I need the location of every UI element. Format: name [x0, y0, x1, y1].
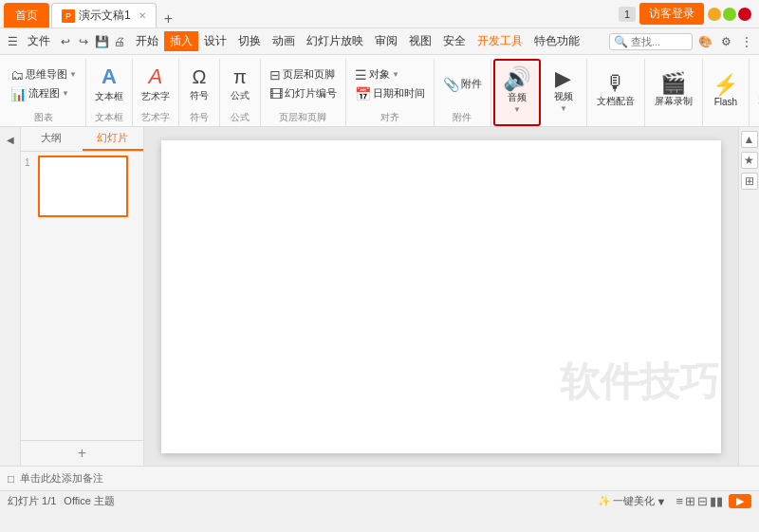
ribbon-group-chart-label: 图表 — [8, 111, 80, 126]
search-box[interactable]: 🔍 — [609, 33, 693, 50]
ribbon-group-screenrec-label — [651, 124, 696, 126]
btn-pagelayer[interactable]: ⊟ 页层和页脚 — [267, 66, 338, 83]
btn-flash[interactable]: ⚡ Flash — [709, 73, 743, 109]
win-controls — [708, 8, 751, 21]
btn-slidenum[interactable]: 🎞 幻灯片编号 — [267, 85, 340, 102]
menu-file[interactable]: 文件 — [22, 31, 56, 51]
ribbon-group-symbol-label: 符号 — [185, 111, 213, 126]
btn-mindmap[interactable]: 🗂 思维导图 ▼ — [8, 66, 80, 83]
add-slide-button[interactable]: + — [21, 440, 143, 466]
menu-qiehuan[interactable]: 切换 — [232, 31, 267, 51]
search-input[interactable] — [631, 36, 688, 47]
btn-docaudio-label: 文档配音 — [597, 95, 635, 108]
btn-attachment[interactable]: 📎 附件 — [440, 76, 485, 93]
login-button[interactable]: 访客登录 — [639, 3, 704, 25]
ribbon-group-textbox-items: A 文本框 — [92, 59, 126, 109]
btn-datetime[interactable]: 📅 日期和时间 — [352, 85, 428, 102]
maximize-button[interactable] — [723, 8, 736, 21]
btn-formula[interactable]: π 公式 — [226, 65, 254, 103]
status-right: ✨ 一键美化 ▼ ≡ ⊞ ⊟ ▮▮ ▶ — [594, 493, 751, 509]
btn-audio[interactable]: 🔊 音频 ▼ — [499, 65, 535, 116]
beautify-button[interactable]: ✨ 一键美化 ▼ — [594, 493, 671, 509]
symbol-icon: Ω — [192, 66, 206, 88]
skin-icon[interactable]: 🎨 — [696, 33, 713, 50]
ribbon-group-docaudio-items: 🎙 文档配音 — [593, 59, 639, 122]
btn-docaudio[interactable]: 🎙 文档配音 — [593, 71, 639, 110]
video-chevron: ▼ — [560, 104, 567, 113]
menu-anquan[interactable]: 安全 — [437, 31, 472, 51]
menu-kaishi[interactable]: 开始 — [130, 31, 164, 51]
btn-textbox[interactable]: A 文本框 — [92, 64, 126, 104]
slide-thumb-1[interactable] — [38, 156, 128, 217]
btn-flowchart[interactable]: 📊 流程图 ▼ — [8, 85, 72, 102]
btn-symbol[interactable]: Ω 符号 — [185, 65, 213, 103]
tab-add[interactable]: + — [160, 10, 176, 28]
right-toolbar-btn-3[interactable]: ⊞ — [741, 173, 758, 190]
ribbon-group-audio-items: 🔊 音频 ▼ — [499, 63, 535, 119]
btn-symbol-label: 符号 — [190, 89, 209, 102]
btn-align-label: 对象 — [369, 67, 390, 82]
minimize-button[interactable] — [708, 8, 721, 21]
ribbon-group-hyperlink-label — [755, 124, 759, 126]
right-toolbar-btn-1[interactable]: ▲ — [741, 131, 758, 148]
play-button[interactable]: ▶ — [729, 494, 751, 508]
close-button[interactable] — [738, 8, 751, 21]
view-multi-icon[interactable]: ⊟ — [697, 494, 708, 508]
btn-arttext[interactable]: A 艺术字 — [139, 64, 173, 104]
notes-icon: □ — [8, 472, 14, 486]
ribbon-group-hyperlink: 🔗 超链接 — [751, 59, 759, 126]
view-lines-icon[interactable]: ≡ — [676, 494, 683, 508]
ribbon-group-textbox-label: 文本框 — [92, 111, 126, 126]
menu-shitu[interactable]: 视图 — [403, 31, 437, 51]
status-bar: 幻灯片 1/1 Office 主题 ✨ 一键美化 ▼ ≡ ⊞ ⊟ ▮▮ ▶ — [0, 490, 759, 511]
undo-icon[interactable]: ↩ — [57, 33, 74, 50]
ribbon-group-arttext-label: 艺术字 — [139, 111, 173, 126]
slide-canvas[interactable] — [161, 140, 721, 453]
hamburger-icon[interactable]: ☰ — [4, 33, 21, 50]
menu-charu[interactable]: 插入 — [164, 31, 198, 51]
btn-screenrec[interactable]: 🎬 屏幕录制 — [651, 71, 696, 110]
tab-doc-label: 演示文稿1 — [79, 8, 131, 24]
menu-fangying[interactable]: 幻灯片放映 — [301, 31, 369, 51]
ribbon-group-video-items: ▶ 视频 ▼ — [546, 59, 581, 122]
redo-icon[interactable]: ↪ — [75, 33, 92, 50]
slide-item-1: 1 — [25, 156, 139, 217]
btn-hyperlink[interactable]: 🔗 超链接 — [755, 74, 759, 107]
btn-screenrec-label: 屏幕录制 — [655, 95, 693, 108]
doc-icon: P — [62, 9, 75, 23]
view-bar-icon[interactable]: ▮▮ — [710, 494, 723, 508]
ribbon-group-screenrec-items: 🎬 屏幕录制 — [651, 59, 696, 122]
tab-doc-close[interactable]: ✕ — [139, 10, 146, 21]
menu-shenyue[interactable]: 审阅 — [369, 31, 403, 51]
ribbon-col-align: ☰ 对象 ▼ 📅 日期和时间 — [352, 66, 428, 102]
sidebar-tab-slides[interactable]: 幻灯片 — [83, 127, 144, 151]
ribbon-group-formula-items: π 公式 — [226, 59, 254, 109]
slide-num-1: 1 — [25, 157, 34, 168]
left-toolbar-collapse[interactable]: ◀ — [2, 131, 19, 148]
menu-kaifa[interactable]: 开发工具 — [472, 31, 528, 51]
menu-tese[interactable]: 特色功能 — [528, 31, 585, 51]
search-icon: 🔍 — [614, 35, 628, 48]
right-toolbar-btn-2[interactable]: ★ — [741, 152, 758, 169]
sidebar-tab-outline[interactable]: 大纲 — [21, 127, 83, 151]
tab-doc[interactable]: P 演示文稿1 ✕ — [51, 3, 157, 28]
print-icon[interactable]: 🖨 — [111, 33, 128, 50]
more-icon[interactable]: ⋮ — [738, 33, 755, 50]
mindmap-icon: 🗂 — [10, 67, 24, 83]
flowchart-chevron: ▼ — [62, 89, 69, 98]
notes-placeholder[interactable]: 单击此处添加备注 — [20, 471, 103, 486]
ribbon-group-formula-label: 公式 — [226, 111, 254, 126]
menu-sheji[interactable]: 设计 — [198, 31, 232, 51]
btn-video[interactable]: ▶ 视频 ▼ — [546, 66, 581, 115]
menu-donghua[interactable]: 动画 — [267, 31, 301, 51]
view-grid-icon[interactable]: ⊞ — [685, 494, 695, 508]
btn-align[interactable]: ☰ 对象 ▼ — [352, 66, 402, 83]
right-toolbar: ▲ ★ ⊞ — [738, 127, 759, 466]
tab-home[interactable]: 首页 — [4, 3, 49, 28]
save-icon[interactable]: 💾 — [93, 33, 110, 50]
menu-left: ☰ 文件 ↩ ↪ 💾 🖨 — [4, 31, 128, 51]
sidebar: 大纲 幻灯片 1 + — [21, 127, 144, 466]
btn-attachment-label: 附件 — [461, 77, 482, 91]
settings-icon[interactable]: ⚙ — [717, 33, 734, 50]
datetime-icon: 📅 — [355, 86, 371, 101]
